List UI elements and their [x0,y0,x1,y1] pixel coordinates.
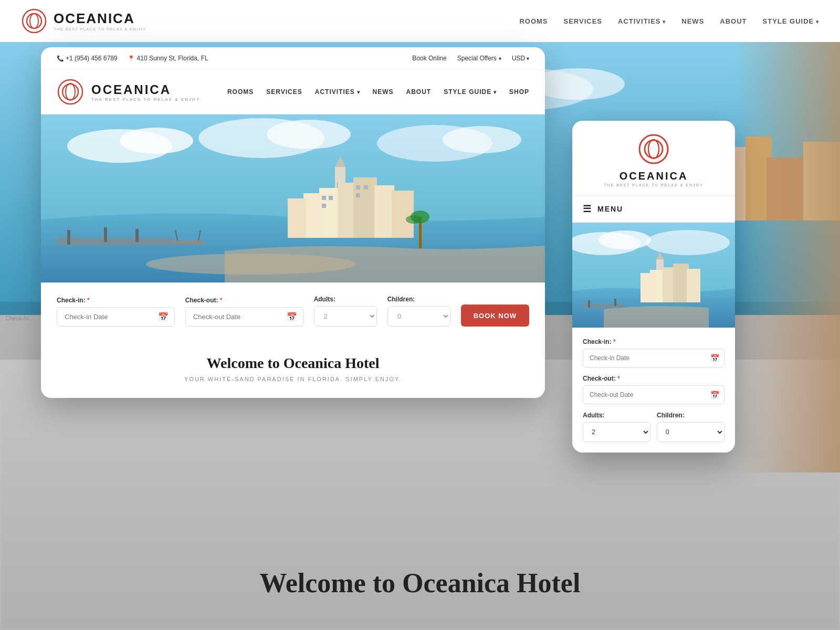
checkout-input[interactable] [185,307,303,327]
mobile-checkout-input[interactable] [583,385,724,404]
desktop-hero-image [41,114,545,282]
nav-about[interactable]: ABOUT [406,88,432,96]
bg-nav-services[interactable]: SERVICES [564,17,603,25]
checkin-field: Check-in: * 📅 [57,297,175,327]
svg-point-28 [120,128,193,154]
mobile-booking-form: Check-in: * 📅 Check-out: * 📅 Adults: 1 2 [572,328,735,453]
special-offers-link[interactable]: Special Offers [457,55,501,62]
nav-news[interactable]: NEWS [373,88,394,96]
nav-style-guide[interactable]: STYLE GUIDE [444,88,497,96]
svg-rect-36 [135,229,139,242]
mobile-checkin-cal-icon: 📅 [710,354,719,363]
mobile-checkin-label: Check-in: * [583,338,724,345]
mobile-checkin-required: * [612,338,616,345]
right-edge-overlay [735,42,840,472]
mobile-checkin-field: Check-in: * 📅 [583,338,724,368]
svg-rect-35 [104,227,107,242]
mobile-checkin-input[interactable] [583,349,724,368]
svg-rect-76 [614,299,616,306]
mobile-checkout-required: * [616,375,620,382]
mobile-logo-icon [638,133,669,165]
desktop-topbar: +1 (954) 456 6789 410 Sunny St, Florida,… [41,47,545,70]
svg-point-66 [646,230,730,255]
svg-rect-71 [673,264,689,302]
mobile-brand-tagline: THE BEST PLACE TO RELAX & ENJOY [604,183,703,187]
nav-activities[interactable]: ACTIVITIES [315,88,360,96]
svg-point-59 [406,215,422,224]
brand-name: OCEANICA [91,82,200,97]
svg-rect-48 [322,196,326,200]
mobile-header: OCEANICA THE BEST PLACE TO RELAX & ENJOY [572,121,735,195]
mobile-hero-image [572,223,735,328]
svg-point-61 [645,140,663,158]
currency-selector[interactable]: USD [512,55,529,62]
bg-brand-tagline: THE BEST PLACE TO RELAX & ENJOY [54,27,146,32]
svg-rect-50 [322,204,326,208]
bg-nav-rooms[interactable]: ROOMS [519,17,548,25]
svg-rect-34 [67,230,70,245]
bg-nav-news[interactable]: NEWS [681,17,704,25]
svg-rect-46 [303,193,322,238]
adults-field: Adults: 1 2 3 4 5 [314,296,377,327]
svg-point-1 [27,14,41,28]
bg-brand-name: OCEANICA [54,10,146,27]
mobile-children-label: Children: [657,412,724,419]
mobile-children-select[interactable]: 0 1 2 3 4 [657,422,724,442]
svg-point-62 [648,140,659,159]
svg-rect-72 [687,269,700,302]
checkin-required: * [86,297,90,304]
mobile-menu-bar[interactable]: ☰ MENU [572,195,735,223]
topbar-right: Book Online Special Offers USD [412,55,529,62]
svg-rect-52 [364,185,368,190]
mobile-adults-select[interactable]: 1 2 3 4 5 [583,422,650,442]
svg-rect-53 [356,193,360,197]
svg-point-0 [23,9,46,33]
svg-rect-47 [288,198,306,238]
svg-rect-33 [57,238,172,245]
svg-point-25 [66,83,75,100]
logo-icon [57,78,84,106]
checkin-input[interactable] [57,307,175,327]
desktop-nav: ROOMS SERVICES ACTIVITIES NEWS ABOUT STY… [227,88,529,96]
svg-point-30 [267,120,351,149]
svg-point-24 [62,84,78,100]
checkin-input-wrapper: 📅 [57,307,175,327]
children-label: Children: [387,296,450,303]
svg-rect-75 [588,300,590,308]
checkout-field: Check-out: * 📅 [185,297,303,327]
desktop-booking-form: Check-in: * 📅 Check-out: * 📅 Adults: 1 2… [41,282,545,339]
children-select[interactable]: 0 1 2 3 4 [387,306,450,327]
phone-number: +1 (954) 456 6789 [57,55,117,62]
welcome-title: Welcome to Oceanica Hotel [57,355,529,372]
svg-rect-51 [356,185,360,190]
checkin-label: Check-in: * [57,297,175,304]
svg-rect-45 [392,191,414,238]
hamburger-icon: ☰ [583,203,592,215]
checkout-input-wrapper: 📅 [185,307,303,327]
bg-nav-style-guide[interactable]: STYLE GUIDE [763,17,819,25]
svg-rect-54 [172,240,204,245]
mobile-children-field: Children: 0 1 2 3 4 [657,412,724,442]
checkout-label: Check-out: * [185,297,303,304]
mobile-checkout-label: Check-out: * [583,375,724,382]
checkout-required: * [218,297,222,304]
svg-rect-41 [319,188,340,238]
svg-point-32 [443,126,521,153]
nav-services[interactable]: SERVICES [266,88,302,96]
book-online-link[interactable]: Book Online [412,55,446,62]
bg-nav-activities[interactable]: ACTIVITIES [618,17,666,25]
children-field: Children: 0 1 2 3 4 [387,296,450,327]
bg-nav-about[interactable]: ABOUT [720,17,747,25]
bg-footer-title: Welcome to Oceanica Hotel [0,568,840,598]
book-now-button[interactable]: BOOK NOW [461,304,529,327]
adults-select[interactable]: 1 2 3 4 5 [314,306,377,327]
svg-rect-73 [640,273,653,302]
desktop-header: OCEANICA THE BEST PLACE TO RELAX & ENJOY… [41,70,545,114]
nav-shop[interactable]: SHOP [509,88,529,96]
brand-tagline: THE BEST PLACE TO RELAX & ENJOY [91,97,200,102]
mobile-checkin-wrapper: 📅 [583,349,724,368]
mobile-adults-label: Adults: [583,412,650,419]
bg-nav-links: ROOMS SERVICES ACTIVITIES NEWS ABOUT STY… [519,17,819,25]
nav-rooms[interactable]: ROOMS [227,88,254,96]
bg-logo: OCEANICA THE BEST PLACE TO RELAX & ENJOY [21,8,146,34]
